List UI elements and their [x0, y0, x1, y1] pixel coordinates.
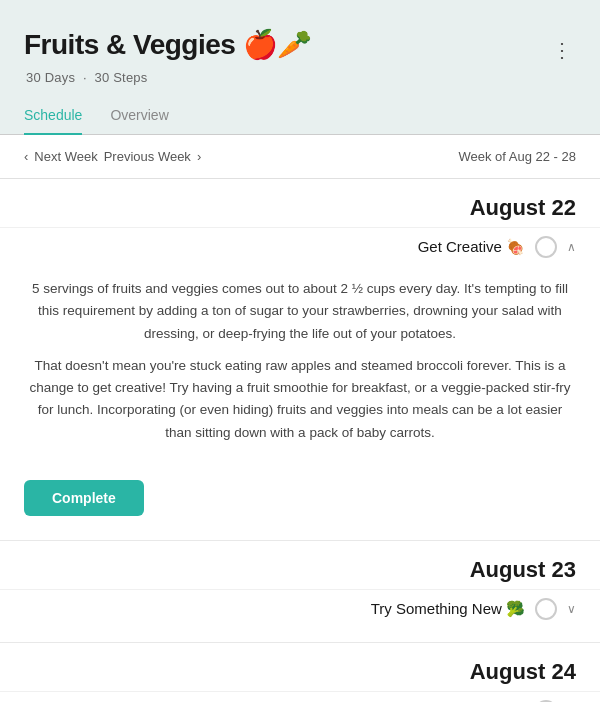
- day-section-aug22: August 22 Get Creative 🍖 ∧ 5 servings of…: [0, 179, 600, 541]
- chevron-aug22[interactable]: ∧: [567, 240, 576, 254]
- prev-week-link[interactable]: Previous Week: [104, 149, 191, 164]
- header: Fruits & Veggies 🍎🥕 ⋮ 30 Days · 30 Steps: [0, 0, 600, 85]
- menu-icon[interactable]: ⋮: [548, 34, 576, 66]
- step-circle-aug22[interactable]: [535, 236, 557, 258]
- week-range: Week of Aug 22 - 28: [458, 149, 576, 164]
- step-circle-aug23[interactable]: [535, 598, 557, 620]
- subtitle-days: 30 Days: [26, 70, 75, 85]
- step-row-aug22: Get Creative 🍖 ∧: [0, 227, 600, 268]
- chevron-aug23[interactable]: ∨: [567, 602, 576, 616]
- next-week-link[interactable]: Next Week: [34, 149, 97, 164]
- subtitle: 30 Days · 30 Steps: [24, 70, 576, 85]
- step-label-aug22: Get Creative 🍖: [418, 238, 525, 256]
- day-section-aug24: August 24 Help Yourself 🍎 ∨: [0, 643, 600, 702]
- step-row-aug24: Help Yourself 🍎 ∨: [0, 691, 600, 702]
- subtitle-steps: 30 Steps: [95, 70, 148, 85]
- prev-arrow: ‹: [24, 149, 28, 164]
- day-section-aug23: August 23 Try Something New 🥦 ∨: [0, 541, 600, 643]
- main-content: ‹ Next Week Previous Week › Week of Aug …: [0, 135, 600, 702]
- week-navigation: ‹ Next Week Previous Week › Week of Aug …: [0, 135, 600, 179]
- complete-button[interactable]: Complete: [24, 480, 144, 516]
- step-row-aug23: Try Something New 🥦 ∨: [0, 589, 600, 630]
- expanded-text2-aug22: That doesn't mean you're stuck eating ra…: [24, 355, 576, 444]
- tab-schedule[interactable]: Schedule: [24, 107, 82, 135]
- tab-overview[interactable]: Overview: [110, 107, 168, 135]
- complete-btn-wrapper: Complete: [0, 468, 600, 540]
- next-arrow: ›: [197, 149, 201, 164]
- day-header-aug22: August 22: [0, 179, 600, 227]
- app-title: Fruits & Veggies 🍎🥕: [24, 28, 312, 61]
- day-header-aug23: August 23: [0, 541, 600, 589]
- expanded-content-aug22: 5 servings of fruits and veggies comes o…: [0, 268, 600, 468]
- week-nav-left: ‹ Next Week Previous Week ›: [24, 149, 201, 164]
- expanded-text1-aug22: 5 servings of fruits and veggies comes o…: [24, 278, 576, 345]
- step-label-aug23: Try Something New 🥦: [371, 600, 525, 618]
- tabs-bar: Schedule Overview: [0, 107, 600, 135]
- day-header-aug24: August 24: [0, 643, 600, 691]
